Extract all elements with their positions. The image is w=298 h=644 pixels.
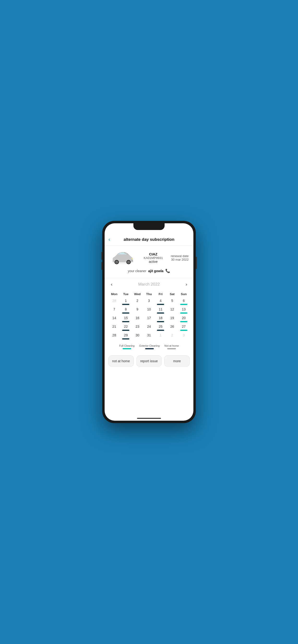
action-buttons: not at homereport issuemore: [105, 353, 193, 371]
calendar-day-number: 20: [182, 316, 186, 320]
calendar-cell[interactable]: 11: [155, 307, 166, 316]
calendar-cell[interactable]: 3: [143, 298, 155, 307]
prev-month-button[interactable]: ‹: [108, 280, 115, 288]
calendar-day-bar: [111, 304, 118, 305]
calendar-day-bar: [111, 312, 118, 314]
calendar-day-bar: [180, 312, 187, 314]
calendar-cell[interactable]: 23: [132, 324, 143, 333]
calendar-cell[interactable]: 16: [132, 316, 143, 324]
calendar-day-header: Tue: [120, 291, 131, 298]
calendar-month: March 2022: [138, 282, 160, 287]
calendar-day-number: 16: [135, 316, 139, 320]
vehicle-info-center: CIAZ KA01MP9931 active: [136, 252, 171, 264]
calendar-day-number: 23: [135, 325, 139, 329]
renewal-date: 30 mar 2022: [171, 258, 189, 262]
calendar-cell[interactable]: 19: [166, 316, 178, 324]
calendar-day-bar: [145, 330, 153, 331]
calendar-cell[interactable]: 2: [132, 298, 143, 307]
calendar-day-number: 28: [112, 333, 116, 338]
calendar-day-number: 26: [170, 325, 174, 329]
calendar-cell[interactable]: 1: [155, 333, 166, 342]
home-bar: [137, 418, 161, 419]
renewal-label: renewal date: [171, 254, 189, 258]
calendar-cell[interactable]: 6: [178, 298, 190, 307]
calendar-cell[interactable]: 4: [155, 298, 166, 307]
calendar-cell[interactable]: 15: [120, 316, 131, 324]
calendar-cell[interactable]: 27: [178, 324, 190, 333]
vehicle-card: CIAZ KA01MP9931 active renewal date 30 m…: [105, 246, 193, 278]
calendar-day-bar: [122, 321, 129, 322]
calendar-day-bar: [180, 338, 187, 340]
calendar-cell[interactable]: 26: [166, 324, 178, 333]
calendar-cell[interactable]: 13: [178, 307, 190, 316]
cleaner-label: your cleaner: [128, 269, 146, 273]
calendar-cell[interactable]: 3: [178, 333, 190, 342]
calendar-day-bar: [122, 330, 129, 331]
calendar-day-bar: [157, 330, 164, 331]
calendar-cell[interactable]: 7: [108, 307, 120, 316]
calendar-cell[interactable]: 29: [120, 333, 131, 342]
next-month-button[interactable]: ›: [183, 280, 190, 288]
car-plate: KA01MP9931: [144, 256, 163, 260]
report-issue-button[interactable]: report issue: [136, 356, 162, 366]
legend-bar: [123, 348, 131, 349]
calendar-day-bar: [169, 330, 176, 331]
calendar-cell[interactable]: 31: [143, 333, 155, 342]
home-indicator: [105, 416, 193, 421]
calendar-cell[interactable]: 2: [166, 333, 178, 342]
calendar-day-number: 2: [171, 333, 173, 338]
calendar-cell[interactable]: 30: [132, 333, 143, 342]
calendar-day-bar: [122, 312, 129, 314]
calendar-cell[interactable]: 17: [143, 316, 155, 324]
calendar-day-number: 15: [124, 316, 128, 320]
calendar-cell[interactable]: 21: [108, 324, 120, 333]
calendar-day-number: 5: [171, 299, 173, 303]
calendar-day-bar: [169, 312, 176, 314]
calendar-day-bar: [111, 338, 118, 340]
calendar-day-bar: [180, 304, 187, 305]
car-name: CIAZ: [149, 252, 158, 256]
calendar-day-bar: [111, 321, 118, 322]
calendar-day-number: 8: [125, 308, 127, 312]
calendar-cell[interactable]: 1: [120, 298, 131, 307]
calendar-cell[interactable]: 18: [155, 316, 166, 324]
not-at-home-button[interactable]: not at home: [108, 356, 134, 366]
calendar-cell[interactable]: 9: [132, 307, 143, 316]
calendar-day-bar: [157, 338, 164, 340]
calendar-cell[interactable]: 20: [178, 316, 190, 324]
calendar-cell[interactable]: 24: [143, 324, 155, 333]
calendar-day-number: 2: [136, 299, 138, 303]
calendar-day-number: 18: [159, 316, 163, 320]
calendar-cell[interactable]: 22: [120, 324, 131, 333]
phone-frame: ‹ alternate day subscription: [102, 221, 196, 423]
legend-item: Not at home: [164, 344, 179, 349]
calendar-day-number: 24: [147, 325, 151, 329]
calendar-cell[interactable]: 10: [143, 307, 155, 316]
back-button[interactable]: ‹: [108, 236, 110, 243]
calendar-cell[interactable]: 25: [155, 324, 166, 333]
calendar-day-header: Fri: [155, 291, 166, 298]
calendar-cell[interactable]: 12: [166, 307, 178, 316]
calendar-day-number: 22: [124, 325, 128, 329]
calendar-day-number: 27: [182, 325, 186, 329]
legend-item: Full Cleaning: [119, 344, 135, 349]
phone-screen: ‹ alternate day subscription: [105, 223, 193, 421]
calendar-day-bar: [122, 338, 129, 340]
calendar-cell[interactable]: 28: [108, 333, 120, 342]
phone-icon[interactable]: 📞: [165, 268, 170, 273]
calendar-day-bar: [122, 304, 129, 305]
legend-label: Not at home: [164, 344, 179, 347]
calendar-day-bar: [157, 312, 164, 314]
calendar-cell[interactable]: 8: [120, 307, 131, 316]
calendar-day-number: 28: [112, 299, 116, 303]
calendar-day-number: 11: [159, 308, 163, 312]
calendar-cell[interactable]: 14: [108, 316, 120, 324]
calendar-day-number: 9: [136, 308, 138, 312]
vehicle-top: CIAZ KA01MP9931 active renewal date 30 m…: [109, 250, 189, 266]
legend-label: Full Cleaning: [119, 344, 135, 347]
legend-bar: [145, 348, 154, 349]
calendar-cell[interactable]: 5: [166, 298, 178, 307]
calendar-cell[interactable]: 28: [108, 298, 120, 307]
more-button[interactable]: more: [164, 356, 190, 366]
calendar-nav: ‹ March 2022 ›: [108, 280, 190, 288]
